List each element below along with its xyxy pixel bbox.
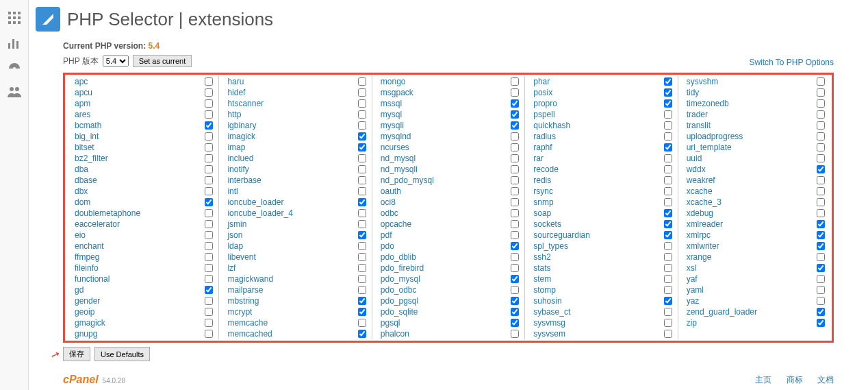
save-button[interactable]: 保存 — [63, 347, 90, 361]
extension-label[interactable]: pdo_odbc — [381, 285, 417, 295]
extension-label[interactable]: gender — [75, 296, 100, 306]
extension-checkbox-dom[interactable] — [205, 198, 213, 206]
extension-checkbox-dbx[interactable] — [205, 187, 213, 195]
extension-label[interactable]: xcache — [687, 186, 713, 196]
extension-checkbox-redis[interactable] — [664, 176, 672, 184]
extension-checkbox-mssql[interactable] — [511, 99, 519, 108]
extension-label[interactable]: xmlrpc — [687, 230, 711, 240]
extension-checkbox-rsync[interactable] — [664, 187, 672, 195]
extension-checkbox-json[interactable] — [358, 231, 366, 239]
extension-label[interactable]: pdf — [381, 230, 392, 240]
extension-checkbox-oauth[interactable] — [511, 187, 519, 195]
extension-checkbox-weakref[interactable] — [817, 176, 825, 184]
extension-checkbox-oci8[interactable] — [511, 198, 519, 206]
extension-checkbox-haru[interactable] — [358, 77, 366, 86]
extension-checkbox-pdo_sqlite[interactable] — [511, 308, 519, 316]
extension-checkbox-htscanner[interactable] — [358, 99, 366, 108]
extension-label[interactable]: posix — [533, 88, 552, 97]
extension-label[interactable]: raphf — [533, 143, 552, 152]
extension-checkbox-sybase_ct[interactable] — [664, 308, 672, 316]
extension-checkbox-zip[interactable] — [817, 319, 825, 327]
extension-checkbox-lzf[interactable] — [358, 264, 366, 272]
extension-checkbox-translit[interactable] — [817, 121, 825, 130]
extension-checkbox-xmlwriter[interactable] — [817, 242, 825, 250]
extension-checkbox-pdf[interactable] — [511, 231, 519, 239]
extension-label[interactable]: http — [227, 110, 241, 119]
extension-label[interactable]: stomp — [533, 285, 556, 295]
extension-label[interactable]: mcrypt — [227, 307, 252, 317]
extension-label[interactable]: intl — [227, 186, 238, 196]
extension-checkbox-xsl[interactable] — [817, 264, 825, 272]
extension-label[interactable]: haru — [227, 77, 244, 86]
extension-label[interactable]: zip — [687, 318, 697, 328]
extension-checkbox-quickhash[interactable] — [664, 121, 672, 130]
extension-checkbox-raphf[interactable] — [664, 143, 672, 151]
extension-label[interactable]: phar — [533, 77, 550, 86]
extension-label[interactable]: lzf — [227, 263, 235, 273]
extension-checkbox-uploadprogress[interactable] — [817, 132, 825, 141]
extension-checkbox-intl[interactable] — [358, 187, 366, 195]
extension-label[interactable]: xrange — [687, 252, 712, 262]
extension-checkbox-recode[interactable] — [664, 165, 672, 173]
extension-checkbox-nd_pdo_mysql[interactable] — [511, 176, 519, 184]
extension-checkbox-mysqlnd[interactable] — [511, 132, 519, 141]
extension-label[interactable]: xdebug — [687, 208, 713, 218]
extension-label[interactable]: uuid — [687, 154, 702, 163]
footer-home-link[interactable]: 主页 — [755, 375, 771, 385]
extension-checkbox-ares[interactable] — [205, 110, 213, 119]
extension-label[interactable]: sysvshm — [687, 77, 719, 86]
extension-checkbox-xmlrpc[interactable] — [817, 231, 825, 239]
extension-label[interactable]: bitset — [75, 143, 94, 152]
extension-label[interactable]: odbc — [381, 208, 398, 218]
extension-checkbox-bitset[interactable] — [205, 143, 213, 151]
extension-checkbox-yaml[interactable] — [817, 286, 825, 294]
extension-label[interactable]: ares — [75, 110, 90, 119]
extension-checkbox-interbase[interactable] — [358, 176, 366, 184]
extension-label[interactable]: msgpack — [381, 88, 413, 97]
users-icon[interactable] — [0, 80, 29, 104]
extension-checkbox-ssh2[interactable] — [664, 253, 672, 261]
grid-icon[interactable] — [0, 5, 29, 30]
extension-label[interactable]: dbx — [75, 186, 88, 196]
extension-checkbox-jsmin[interactable] — [358, 220, 366, 228]
extension-checkbox-pgsql[interactable] — [511, 319, 519, 327]
extension-checkbox-spl_types[interactable] — [664, 242, 672, 250]
extension-checkbox-nd_mysql[interactable] — [511, 154, 519, 162]
extension-checkbox-sysvsem[interactable] — [664, 330, 672, 338]
extension-label[interactable]: mailparse — [227, 285, 263, 295]
extension-checkbox-ffmpeg[interactable] — [205, 253, 213, 261]
extension-label[interactable]: yaf — [687, 274, 698, 284]
extension-label[interactable]: sybase_ct — [533, 307, 570, 317]
extension-checkbox-xcache_3[interactable] — [817, 198, 825, 206]
extension-label[interactable]: bz2_filter — [75, 154, 108, 163]
extension-checkbox-snmp[interactable] — [664, 198, 672, 206]
extension-checkbox-msgpack[interactable] — [511, 88, 519, 97]
extension-checkbox-ioncube_loader[interactable] — [358, 198, 366, 206]
extension-label[interactable]: ssh2 — [533, 252, 550, 262]
extension-label[interactable]: imagick — [227, 132, 255, 141]
extension-label[interactable]: uploadprogress — [687, 132, 743, 141]
extension-checkbox-opcache[interactable] — [511, 220, 519, 228]
extension-label[interactable]: timezonedb — [687, 99, 729, 108]
extension-checkbox-pdo_odbc[interactable] — [511, 286, 519, 294]
extension-checkbox-xrange[interactable] — [817, 253, 825, 261]
extension-checkbox-memcached[interactable] — [358, 330, 366, 338]
extension-checkbox-apc[interactable] — [205, 77, 213, 86]
extension-checkbox-functional[interactable] — [205, 275, 213, 283]
extension-checkbox-odbc[interactable] — [511, 209, 519, 217]
extension-checkbox-magickwand[interactable] — [358, 275, 366, 283]
extension-checkbox-yaf[interactable] — [817, 275, 825, 283]
extension-label[interactable]: functional — [75, 274, 110, 284]
extension-label[interactable]: mbstring — [227, 296, 259, 306]
extension-checkbox-pdo_mysql[interactable] — [511, 275, 519, 283]
extension-checkbox-pdo_pgsql[interactable] — [511, 297, 519, 305]
extension-label[interactable]: pdo_sqlite — [381, 307, 418, 317]
extension-checkbox-imap[interactable] — [358, 143, 366, 151]
extension-checkbox-radius[interactable] — [664, 132, 672, 141]
extension-checkbox-pdo[interactable] — [511, 242, 519, 250]
extension-label[interactable]: mysqlnd — [381, 132, 411, 141]
extension-checkbox-gmagick[interactable] — [205, 319, 213, 327]
extension-label[interactable]: pgsql — [381, 318, 400, 328]
extension-checkbox-xdebug[interactable] — [817, 209, 825, 217]
extension-checkbox-nd_mysqli[interactable] — [511, 165, 519, 173]
